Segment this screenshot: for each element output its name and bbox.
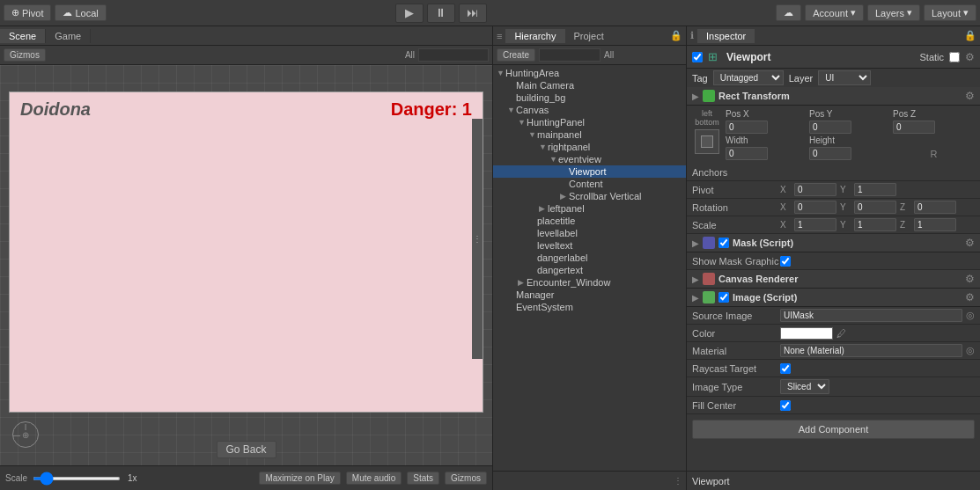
tag-dropdown[interactable]: Untagged bbox=[713, 70, 784, 85]
anchor-inner bbox=[701, 135, 713, 148]
hierarchy-item-leftpanel[interactable]: ▶leftpanel bbox=[493, 202, 686, 215]
scene-search-input[interactable] bbox=[418, 48, 489, 62]
rot-x-input[interactable] bbox=[794, 201, 836, 214]
hierarchy-item-manager[interactable]: Manager bbox=[493, 289, 686, 301]
play-button[interactable]: ▶ bbox=[395, 4, 424, 23]
account-dropdown[interactable]: Account ▾ bbox=[805, 4, 864, 21]
mask-checkbox[interactable] bbox=[718, 238, 729, 248]
rot-z-input[interactable] bbox=[914, 201, 956, 214]
hierarchy-item-content[interactable]: Content bbox=[493, 178, 686, 190]
active-checkbox[interactable] bbox=[692, 52, 703, 62]
r-button[interactable]: R bbox=[893, 147, 975, 160]
image-script-section[interactable]: ▶ Image (Script) ⚙ bbox=[687, 289, 980, 307]
hierarchy-item-building-bg[interactable]: building_bg bbox=[493, 91, 686, 104]
scale-value-label: 1x bbox=[128, 473, 137, 483]
scale-y-input[interactable] bbox=[854, 218, 896, 231]
layout-dropdown[interactable]: Layout ▾ bbox=[924, 4, 976, 21]
source-image-picker-icon[interactable]: ◎ bbox=[966, 310, 975, 321]
hierarchy-item-placetitle[interactable]: placetitle bbox=[493, 215, 686, 227]
hierarchy-panel: ≡ Hierarchy Project 🔒 Create All ▼Huntin… bbox=[493, 26, 687, 490]
hierarchy-item-hunting-area[interactable]: ▼HuntingArea bbox=[493, 67, 686, 79]
anchor-box[interactable] bbox=[695, 129, 719, 154]
tag-label: Tag bbox=[692, 73, 708, 84]
tab-hierarchy[interactable]: Hierarchy bbox=[505, 29, 564, 43]
mask-script-section[interactable]: ▶ Mask (Script) ⚙ bbox=[687, 234, 980, 252]
pivot-x-input[interactable] bbox=[794, 183, 836, 196]
fill-center-checkbox[interactable] bbox=[780, 400, 791, 411]
inspector-object-name: Viewport bbox=[726, 51, 914, 63]
tag-layer-row: Tag Untagged Layer UI bbox=[687, 69, 980, 87]
hierarchy-item-mainpanel[interactable]: ▼mainpanel bbox=[493, 128, 686, 141]
hierarchy-item-encounter-window[interactable]: ▶Encounter_Window bbox=[493, 276, 686, 289]
create-button[interactable]: Create bbox=[497, 48, 535, 62]
canvas-renderer-section[interactable]: ▶ Canvas Renderer ⚙ bbox=[687, 270, 980, 289]
hierarchy-item-dangerlabel[interactable]: dangerlabel bbox=[493, 252, 686, 264]
hierarchy-item-levellabel[interactable]: levellabel bbox=[493, 227, 686, 239]
hierarchy-item-eventsystem[interactable]: EventSystem bbox=[493, 301, 686, 313]
scale-z-input[interactable] bbox=[914, 218, 956, 231]
tab-game[interactable]: Game bbox=[46, 29, 91, 43]
material-input[interactable] bbox=[780, 344, 962, 357]
rect-transform-settings-icon[interactable]: ⚙ bbox=[965, 90, 975, 102]
gizmos-bottom-button[interactable]: Gizmos bbox=[445, 472, 487, 485]
scale-slider[interactable] bbox=[33, 477, 121, 480]
layers-dropdown[interactable]: Layers ▾ bbox=[867, 4, 920, 21]
hierarchy-item-name: eventview bbox=[558, 154, 601, 165]
hierarchy-item-rightpanel[interactable]: ▼rightpanel bbox=[493, 141, 686, 153]
cloud-button[interactable]: ☁ bbox=[776, 4, 801, 21]
hierarchy-item-eventview[interactable]: ▼eventview bbox=[493, 153, 686, 165]
hierarchy-item-name: Content bbox=[569, 179, 603, 189]
hierarchy-item-dangertext[interactable]: dangertext bbox=[493, 264, 686, 276]
mute-audio-button[interactable]: Mute audio bbox=[346, 472, 402, 485]
width-input[interactable] bbox=[726, 147, 768, 160]
hierarchy-search-input[interactable] bbox=[539, 48, 601, 62]
go-back-button[interactable]: Go Back bbox=[216, 441, 276, 458]
hierarchy-item-main-camera[interactable]: Main Camera bbox=[493, 79, 686, 91]
tab-scene[interactable]: Scene bbox=[0, 29, 46, 43]
mask-settings-icon[interactable]: ⚙ bbox=[965, 237, 975, 249]
maximize-on-play-button[interactable]: Maximize on Play bbox=[259, 472, 340, 485]
tab-project[interactable]: Project bbox=[565, 29, 613, 43]
image-settings-icon[interactable]: ⚙ bbox=[965, 291, 975, 304]
layer-dropdown[interactable]: UI bbox=[818, 70, 871, 85]
anchors-label: Anchors bbox=[692, 167, 780, 178]
color-swatch[interactable] bbox=[780, 327, 833, 340]
show-mask-checkbox[interactable] bbox=[780, 256, 791, 267]
canvas-renderer-icon bbox=[703, 273, 715, 285]
pos-z-input[interactable] bbox=[893, 121, 935, 134]
height-input[interactable] bbox=[809, 147, 851, 160]
rot-y-input[interactable] bbox=[854, 201, 896, 214]
canvas-settings-icon[interactable]: ⚙ bbox=[965, 273, 975, 285]
material-picker-icon[interactable]: ◎ bbox=[966, 345, 975, 356]
width-label: Width bbox=[726, 135, 807, 145]
raycast-target-checkbox[interactable] bbox=[780, 363, 791, 374]
stats-button[interactable]: Stats bbox=[407, 472, 439, 485]
gizmos-button[interactable]: Gizmos bbox=[4, 48, 46, 62]
pos-grid: Pos X Pos Y Pos Z Width Height R bbox=[726, 109, 975, 160]
pos-y-input[interactable] bbox=[809, 121, 851, 134]
mask-fold-icon: ▶ bbox=[692, 238, 699, 248]
scale-x-input[interactable] bbox=[794, 218, 836, 231]
pos-x-input[interactable] bbox=[726, 121, 768, 134]
tab-inspector[interactable]: Inspector bbox=[697, 29, 755, 43]
step-button[interactable]: ⏭ bbox=[459, 4, 487, 23]
hierarchy-item-leveltext[interactable]: leveltext bbox=[493, 239, 686, 252]
source-image-input[interactable] bbox=[780, 309, 962, 322]
hierarchy-item-hunting-panel[interactable]: ▼HuntingPanel bbox=[493, 116, 686, 128]
hierarchy-item-canvas[interactable]: ▼Canvas bbox=[493, 104, 686, 116]
scene-resize-handle[interactable]: ⋮ bbox=[472, 119, 483, 359]
image-type-dropdown[interactable]: Sliced bbox=[780, 379, 829, 394]
pivot-button[interactable]: ⊕ Pivot bbox=[4, 4, 51, 21]
hierarchy-item-name: building_bg bbox=[516, 92, 565, 103]
rect-transform-section[interactable]: ▶ Rect Transform ⚙ bbox=[687, 87, 980, 106]
add-component-button[interactable]: Add Component bbox=[692, 420, 975, 439]
pivot-y-input[interactable] bbox=[854, 183, 896, 196]
hierarchy-item-viewport[interactable]: Viewport bbox=[493, 165, 686, 178]
pause-button[interactable]: ⏸ bbox=[427, 4, 455, 23]
color-picker-icon[interactable]: 🖊 bbox=[836, 328, 846, 339]
static-checkbox[interactable] bbox=[949, 52, 960, 62]
local-button[interactable]: ☁ Local bbox=[55, 4, 106, 21]
image-checkbox[interactable] bbox=[718, 292, 729, 303]
source-image-label: Source Image bbox=[692, 311, 780, 321]
hierarchy-item-scrollbar-vertical[interactable]: ▶Scrollbar Vertical bbox=[493, 190, 686, 202]
